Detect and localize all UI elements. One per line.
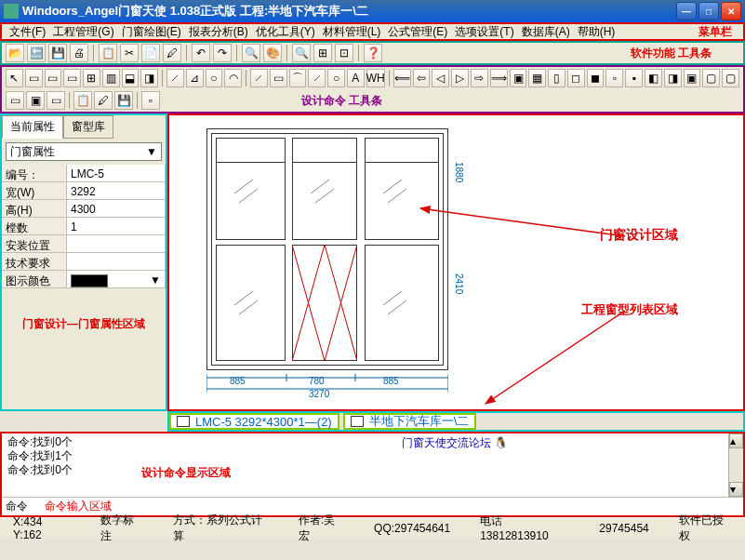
- design-tool-32[interactable]: ◼: [587, 69, 605, 87]
- design-area-caption: 门窗设计区域: [600, 227, 678, 244]
- design-tool-10[interactable]: ⊿: [186, 69, 204, 87]
- design-tool-31[interactable]: ◻: [567, 69, 585, 87]
- design-tool-2[interactable]: ▭: [45, 69, 62, 87]
- design-tool-b1[interactable]: ▣: [26, 91, 45, 110]
- menu-optimize[interactable]: 优化工具(Y): [252, 23, 319, 41]
- project-list-item[interactable]: 半地下汽车库一\二: [343, 413, 477, 430]
- color-swatch[interactable]: [71, 274, 108, 287]
- menu-formula[interactable]: 公式管理(E): [384, 23, 451, 41]
- design-tool-29[interactable]: ▦: [528, 69, 546, 87]
- paste-icon[interactable]: 📄: [141, 44, 160, 62]
- help-icon[interactable]: ❓: [364, 44, 382, 62]
- design-tool-16[interactable]: ⌒: [289, 69, 307, 87]
- edit-icon[interactable]: 🖊: [163, 44, 181, 62]
- zoom-icon[interactable]: 🔍: [242, 44, 260, 62]
- glass-marks-icon: [206, 128, 448, 370]
- cut-icon[interactable]: ✂: [120, 44, 139, 62]
- dropdown-value: 门窗属性: [10, 144, 55, 160]
- menu-material[interactable]: 材料管理(L): [319, 23, 385, 41]
- design-tool-28[interactable]: ▣: [510, 69, 527, 87]
- design-tool-36[interactable]: ◨: [664, 69, 682, 87]
- design-tool-6[interactable]: ⬓: [122, 69, 140, 87]
- scroll-up-button[interactable]: ▴: [729, 433, 743, 448]
- redo-icon[interactable]: ↷: [213, 44, 232, 62]
- design-tool-34[interactable]: ▪: [625, 69, 643, 87]
- tab-window-library[interactable]: 窗型库: [63, 115, 113, 139]
- prop-value[interactable]: 3292: [67, 182, 166, 200]
- design-tool-30[interactable]: ▯: [548, 69, 565, 87]
- design-tool-35[interactable]: ◧: [645, 69, 662, 87]
- menu-options[interactable]: 选项设置(T): [451, 23, 517, 41]
- grid2-icon[interactable]: ⊡: [335, 44, 353, 62]
- design-tool-27[interactable]: ⟹: [490, 69, 508, 87]
- back-icon[interactable]: 🔙: [27, 44, 46, 62]
- prop-value[interactable]: [67, 235, 166, 253]
- design-tool-15[interactable]: ▭: [270, 69, 287, 87]
- menu-project[interactable]: 工程管理(G): [49, 23, 117, 41]
- window-list-item[interactable]: LMC-5 3292*4300*1—(2): [169, 413, 339, 430]
- menu-database[interactable]: 数据库(A): [518, 23, 574, 41]
- window-item-label: LMC-5 3292*4300*1—(2): [195, 415, 332, 429]
- design-tool-11[interactable]: ○: [206, 69, 223, 87]
- menu-draw[interactable]: 门窗绘图(E): [118, 23, 185, 41]
- prop-value[interactable]: ▼: [67, 271, 166, 288]
- prop-label: 技术要求: [2, 253, 67, 271]
- design-tool-19[interactable]: A: [347, 69, 365, 87]
- menubar-region-label: 菜单栏: [698, 24, 739, 40]
- save-icon[interactable]: 💾: [48, 44, 67, 62]
- menu-report[interactable]: 报表分析(B): [185, 23, 252, 41]
- design-tool-b4[interactable]: 📋: [73, 91, 92, 110]
- design-tool-1[interactable]: ▭: [25, 69, 43, 87]
- tab-current-props[interactable]: 当前属性: [2, 115, 63, 139]
- search-icon[interactable]: 🔍: [292, 44, 311, 62]
- maximize-button[interactable]: □: [698, 2, 719, 20]
- design-tool-24[interactable]: ◁: [432, 69, 449, 87]
- design-tool-7[interactable]: ◨: [140, 69, 158, 87]
- copy-icon[interactable]: 📋: [99, 44, 117, 62]
- toolbar1-region-label: 软件功能 工具条: [631, 46, 739, 61]
- design-tool-18[interactable]: ○: [327, 69, 345, 87]
- design-tool-37[interactable]: ▣: [684, 69, 701, 87]
- design-tool-0[interactable]: ↖: [6, 69, 23, 87]
- design-tool-b6[interactable]: 💾: [114, 91, 133, 110]
- undo-icon[interactable]: ↶: [192, 44, 210, 62]
- design-tool-26[interactable]: ⇨: [471, 69, 488, 87]
- design-tool-9[interactable]: ⟋: [166, 69, 184, 87]
- design-tool-17[interactable]: ⟋: [308, 69, 326, 87]
- design-tool-38[interactable]: ▢: [702, 69, 720, 87]
- design-tool-b5[interactable]: 🖊: [94, 91, 113, 110]
- grid-icon[interactable]: ⊞: [313, 44, 332, 62]
- design-tool-14[interactable]: ⟋: [250, 69, 268, 87]
- design-tool-25[interactable]: ▷: [451, 69, 469, 87]
- design-tool-23[interactable]: ⇦: [413, 69, 431, 87]
- design-canvas[interactable]: 885 780 885 3270 2410 1880 门窗设计区域 工程窗型列表…: [167, 113, 745, 411]
- minimize-button[interactable]: —: [676, 2, 697, 20]
- prop-value[interactable]: 1: [67, 218, 166, 235]
- design-tool-b2[interactable]: ▭: [47, 91, 65, 110]
- design-tool-b8[interactable]: ▫: [141, 91, 160, 110]
- command-input[interactable]: 命令输入区域: [45, 499, 739, 514]
- scroll-down-button[interactable]: ▾: [729, 482, 743, 497]
- log-scrollbar[interactable]: ▴ ▾: [728, 433, 743, 497]
- close-button[interactable]: ✕: [721, 2, 741, 20]
- design-tool-39[interactable]: ▢: [722, 69, 739, 87]
- open-icon[interactable]: 📂: [6, 44, 24, 62]
- design-tool-4[interactable]: ⊞: [83, 69, 100, 87]
- prop-value[interactable]: LMC-5: [67, 165, 166, 182]
- property-type-dropdown[interactable]: 门窗属性 ▼: [6, 142, 162, 161]
- palette-icon[interactable]: 🎨: [263, 44, 282, 62]
- design-tool-22[interactable]: ⟸: [393, 69, 411, 87]
- design-tool-5[interactable]: ▥: [102, 69, 120, 87]
- forum-link[interactable]: 门窗天使交流论坛 🐧: [402, 435, 508, 451]
- design-tool-20[interactable]: WH: [366, 69, 385, 87]
- prop-value[interactable]: [67, 253, 166, 271]
- design-tool-3[interactable]: ▭: [63, 69, 81, 87]
- print-icon[interactable]: 🖨: [70, 44, 88, 62]
- prop-value[interactable]: 4300: [67, 200, 166, 218]
- menu-help[interactable]: 帮助(H): [574, 23, 619, 41]
- design-tool-33[interactable]: ▫: [605, 69, 623, 87]
- svg-line-11: [239, 300, 258, 314]
- design-tool-b0[interactable]: ▭: [6, 91, 24, 110]
- design-tool-12[interactable]: ◠: [224, 69, 242, 87]
- menu-file[interactable]: 文件(F): [6, 23, 49, 41]
